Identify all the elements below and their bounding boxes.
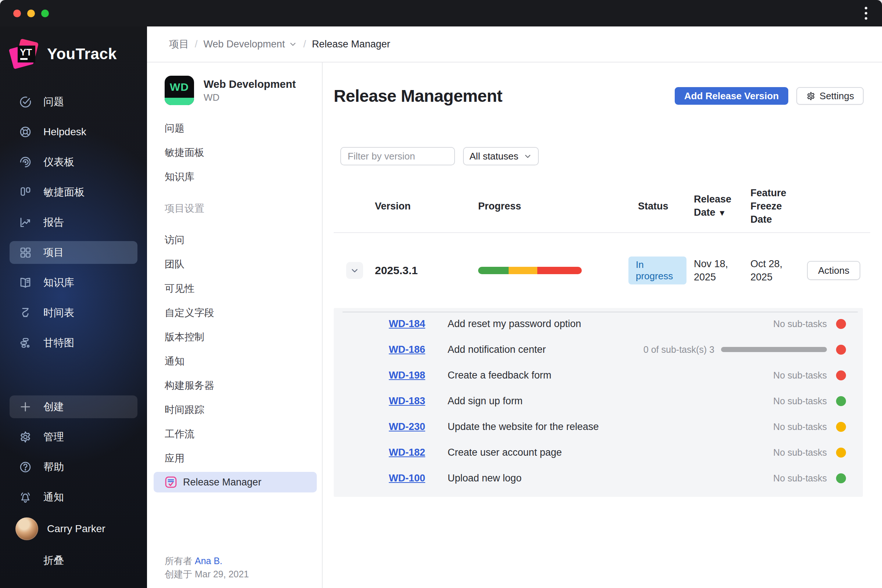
created-date: Mar 29, 2021 <box>195 569 249 579</box>
sidebar-item[interactable]: 敏捷面板 <box>9 181 138 204</box>
column-header-release-date[interactable]: Release Date ▼ <box>687 193 738 220</box>
minimize-window-button[interactable] <box>27 9 35 17</box>
task-id-link[interactable]: WD-184 <box>389 318 425 330</box>
project-settings-item[interactable]: 通知 <box>165 349 322 374</box>
breadcrumb-current-page: Release Manager <box>312 39 390 50</box>
column-header-status: Status <box>628 200 687 213</box>
sidebar-item-label: 管理 <box>44 430 64 444</box>
sidebar-item-label: 创建 <box>44 400 64 414</box>
gear-icon <box>18 430 32 444</box>
task-status-dot <box>836 396 846 406</box>
subtask-count-label: No sub-tasks <box>773 447 827 458</box>
maximize-window-button[interactable] <box>41 9 49 17</box>
youtrack-logo-icon: YT <box>9 38 40 70</box>
sidebar-item[interactable]: Helpdesk <box>9 120 138 143</box>
task-title: Add reset my password option <box>448 318 773 330</box>
project-settings-item[interactable]: 时间跟踪 <box>165 398 322 422</box>
settings-button-label: Settings <box>819 90 854 102</box>
sidebar-item-label: 帮助 <box>44 460 64 474</box>
task-id-link[interactable]: WD-100 <box>389 472 425 484</box>
progress-segment <box>537 267 582 274</box>
task-status-dot <box>836 422 846 432</box>
sidebar-item[interactable]: 报告 <box>9 211 138 234</box>
task-id-link[interactable]: WD-198 <box>389 370 425 381</box>
task-id-link[interactable]: WD-230 <box>389 421 425 432</box>
close-window-button[interactable] <box>13 9 21 17</box>
project-nav-item[interactable]: 问题 <box>165 116 322 140</box>
project-settings-item[interactable]: 构建服务器 <box>165 374 322 398</box>
sidebar-collapse-button[interactable]: 折叠 <box>9 549 138 572</box>
task-row: WD-183 Add sign up form No sub-tasks <box>342 388 848 414</box>
sidebar-item-label: 仪表板 <box>44 155 74 169</box>
sidebar-item[interactable]: 项目 <box>9 241 138 264</box>
project-settings-nav: 访问 团队 可见性 自定义字段 <box>165 228 322 470</box>
project-settings-item[interactable]: 可见性 <box>165 276 322 301</box>
sidebar-item[interactable]: 甘特图 <box>9 332 138 354</box>
collapse-release-button[interactable] <box>346 262 363 279</box>
task-id-link[interactable]: WD-183 <box>389 395 425 407</box>
projects-grid-icon <box>18 246 32 260</box>
project-settings-item[interactable]: 自定义字段 <box>165 301 322 325</box>
subtask-progress-bar <box>721 347 827 352</box>
project-settings-item[interactable]: 访问 <box>165 228 322 252</box>
subtasks-panel: WD-184 Add reset my password option No s… <box>334 308 863 497</box>
project-nav: 问题 敏捷面板 知识库 <box>165 116 322 189</box>
project-avatar: WD <box>165 76 194 105</box>
created-label: 创建于 <box>165 569 192 579</box>
task-id-link[interactable]: WD-182 <box>389 447 425 458</box>
task-row: WD-230 Update the website for the releas… <box>342 414 848 440</box>
release-progress-bar <box>478 267 582 274</box>
project-settings-item[interactable]: 应用 <box>165 446 322 470</box>
sidebar-user-item[interactable]: Carry Parker <box>9 516 138 542</box>
sidebar-item[interactable]: 创建 <box>9 395 138 418</box>
sidebar-item[interactable]: 仪表板 <box>9 151 138 174</box>
task-row: WD-184 Add reset my password option No s… <box>342 311 848 337</box>
project-nav-item[interactable]: 敏捷面板 <box>165 140 322 165</box>
lifebuoy-icon <box>18 125 32 139</box>
release-manager-nav-item[interactable]: Release Manager <box>154 472 317 492</box>
sidebar-item-label: 项目 <box>44 246 64 260</box>
task-row: WD-186 Add notification center 0 of sub-… <box>342 337 848 362</box>
collapse-chevrons-icon <box>18 554 32 567</box>
sidebar-item[interactable]: 问题 <box>9 90 138 113</box>
status-filter-select[interactable]: All statuses <box>463 147 539 165</box>
project-settings-item[interactable]: 团队 <box>165 252 322 276</box>
kebab-menu-icon[interactable] <box>862 5 870 22</box>
breadcrumb-separator: / <box>195 39 198 50</box>
column-header-progress: Progress <box>470 200 628 213</box>
settings-button[interactable]: Settings <box>796 87 864 105</box>
sidebar-item-label: 通知 <box>44 490 64 504</box>
sidebar-item[interactable]: 管理 <box>9 426 138 448</box>
project-owner-info: 所有者 Ana B. 创建于 Mar 29, 2021 <box>165 554 249 580</box>
actions-button[interactable]: Actions <box>807 261 860 280</box>
sidebar-item[interactable]: 通知 <box>9 486 138 508</box>
release-table-header: Version Progress Status Release Date ▼ F… <box>334 180 870 233</box>
project-nav-item[interactable]: 知识库 <box>165 165 322 189</box>
sidebar-item-label: 时间表 <box>44 306 74 320</box>
filter-by-version-input[interactable] <box>340 147 455 165</box>
sidebar-item[interactable]: 时间表 <box>9 302 138 324</box>
status-badge: In progress <box>628 256 687 285</box>
project-settings-item[interactable]: 工作流 <box>165 422 322 446</box>
column-header-version: Version <box>368 200 470 213</box>
owner-link[interactable]: Ana B. <box>195 556 222 566</box>
subtask-count-label: No sub-tasks <box>773 473 827 484</box>
sidebar-item[interactable]: 知识库 <box>9 271 138 294</box>
release-date-value: Nov 18, 2025 <box>687 257 738 284</box>
task-status-dot <box>836 473 846 483</box>
sidebar-footer-nav: 创建 管理 帮助 通知 Carry Park <box>0 395 147 588</box>
project-settings-item[interactable]: 版本控制 <box>165 325 322 349</box>
content-area: 项目 / Web Development / Release Manager W… <box>147 27 882 588</box>
breadcrumb-projects-link[interactable]: 项目 <box>169 38 189 51</box>
breadcrumb-project-label: Web Development <box>204 39 285 50</box>
breadcrumb: 项目 / Web Development / Release Manager <box>147 27 882 63</box>
task-title: Create a feedback form <box>448 370 773 381</box>
add-release-version-button[interactable]: Add Release Version <box>675 87 788 105</box>
sidebar-item[interactable]: 帮助 <box>9 456 138 478</box>
task-id-link[interactable]: WD-186 <box>389 344 425 356</box>
breadcrumb-project-link[interactable]: Web Development <box>204 39 298 50</box>
knowledge-book-icon <box>18 276 32 290</box>
hourglass-icon <box>18 306 32 320</box>
release-table: Version Progress Status Release Date ▼ F… <box>334 180 870 497</box>
task-title: Create user account page <box>448 447 773 458</box>
